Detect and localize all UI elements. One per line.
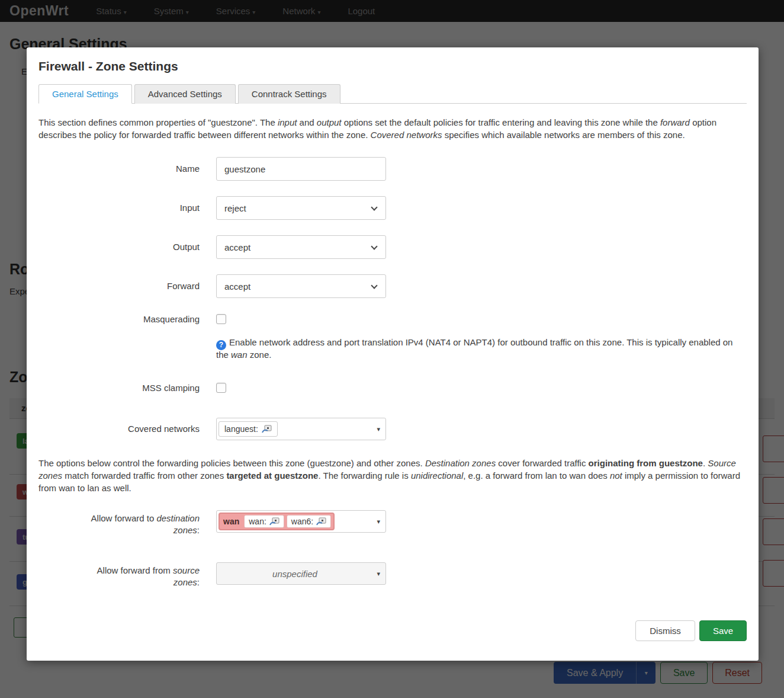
tab-general-settings[interactable]: General Settings [38, 84, 132, 104]
ethernet-interface-icon [316, 517, 326, 526]
dropdown-arrow-icon: ▾ [377, 425, 380, 433]
interface-pill-wan: wan: [244, 515, 284, 528]
section-description: This section defines common properties o… [38, 116, 749, 141]
form-row-name: Name [38, 157, 747, 181]
tab-advanced-settings[interactable]: Advanced Settings [134, 84, 236, 104]
chevron-down-icon [371, 243, 377, 249]
ethernet-interface-icon [262, 425, 272, 433]
covered-networks-dropdown[interactable]: languest: ▾ [216, 418, 386, 440]
src-zones-label: Allow forward from sourcezones: [38, 562, 200, 588]
forwarding-note: The options below control the forwarding… [38, 457, 754, 494]
form-row-src-zones: Allow forward from sourcezones: unspecif… [38, 562, 747, 588]
dest-zones-dropdown[interactable]: wan wan: wan6: [216, 510, 386, 533]
output-label: Output [38, 235, 200, 259]
network-token-languest[interactable]: languest: [219, 421, 278, 437]
form-row-mss: MSS clamping [38, 382, 747, 395]
src-zones-dropdown[interactable]: unspecified ▾ [216, 562, 386, 585]
form-row-forward: Forward accept [38, 274, 747, 298]
modal-footer: Dismiss Save [38, 620, 747, 641]
masquerading-help: ?Enable network address and port transla… [216, 336, 737, 361]
form-row-dest-zones: Allow forward to destinationzones: wan w… [38, 510, 747, 536]
form-row-masquerading: Masquerading [38, 313, 747, 326]
name-label: Name [38, 157, 200, 181]
interface-pill-wan6: wan6: [287, 515, 331, 528]
name-input[interactable] [216, 157, 386, 181]
form-row-input: Input reject [38, 196, 747, 220]
covered-networks-label: Covered networks [38, 418, 200, 440]
dest-zones-label: Allow forward to destinationzones: [38, 510, 200, 536]
output-policy-select[interactable]: accept [216, 235, 386, 259]
help-icon: ? [216, 340, 226, 350]
mss-clamping-checkbox[interactable] [216, 383, 226, 393]
modal-save-button[interactable]: Save [699, 620, 747, 641]
chevron-down-icon [371, 204, 377, 210]
dropdown-arrow-icon: ▾ [377, 570, 380, 578]
form-row-covered-networks: Covered networks languest: ▾ [38, 418, 747, 440]
mss-clamping-label: MSS clamping [38, 382, 200, 395]
ethernet-interface-icon [269, 517, 279, 526]
modal-tabbar: General Settings Advanced Settings Connt… [38, 84, 747, 104]
zone-settings-form: Name Input reject Output acc [38, 157, 747, 588]
input-label: Input [38, 196, 200, 220]
dropdown-arrow-icon: ▾ [377, 518, 380, 526]
zone-token-wan[interactable]: wan wan: wan6: [219, 513, 335, 530]
dismiss-button[interactable]: Dismiss [635, 620, 695, 641]
forward-policy-select[interactable]: accept [216, 274, 386, 298]
forward-label: Forward [38, 274, 200, 298]
masquerading-checkbox[interactable] [216, 314, 226, 324]
chevron-down-icon [371, 282, 377, 289]
modal-title: Firewall - Zone Settings [38, 59, 747, 73]
firewall-zone-settings-modal: Firewall - Zone Settings General Setting… [27, 47, 759, 661]
form-row-output: Output accept [38, 235, 747, 259]
input-policy-select[interactable]: reject [216, 196, 386, 220]
tab-conntrack-settings[interactable]: Conntrack Settings [238, 84, 340, 104]
masquerading-label: Masquerading [38, 313, 200, 326]
page: OpenWrt Status▾ System▾ Services▾ Networ… [0, 0, 784, 698]
